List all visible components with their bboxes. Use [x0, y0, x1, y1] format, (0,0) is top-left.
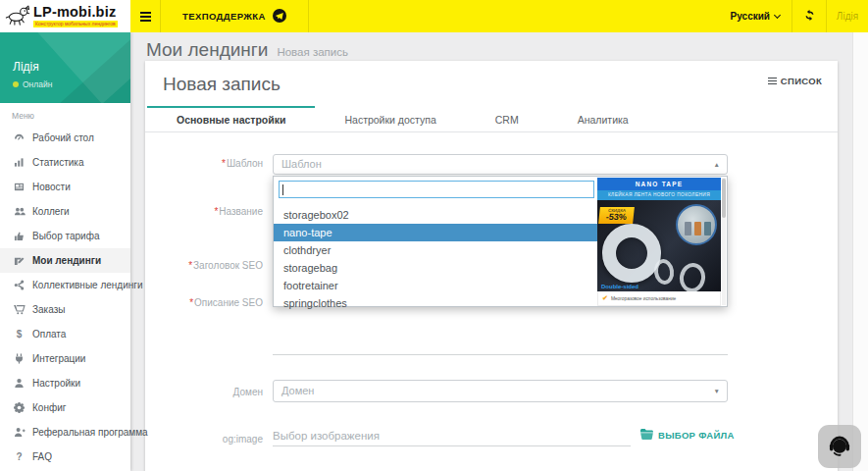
support-label: ТЕХПОДДЕРЖКА [182, 11, 266, 22]
sidebar-toggle-button[interactable] [130, 0, 160, 32]
sidebar-item-label: Мои лендинги [32, 255, 101, 266]
tab-label: CRM [495, 114, 519, 126]
template-preview-image: NANO TAPE КЛЕЙКАЯ ЛЕНТА НОВОГО ПОКОЛЕНИЯ… [597, 178, 721, 306]
logo-dog-icon [4, 3, 31, 30]
sidebar-item-tariff[interactable]: Выбор тарифа [0, 224, 130, 248]
sidebar-item-referral[interactable]: Реферальная программа [0, 420, 130, 445]
sidebar-item-dashboard[interactable]: Рабочий стол [0, 126, 130, 150]
sidebar-item-my-landings[interactable]: Мои лендинги [0, 248, 130, 273]
refresh-button[interactable] [792, 0, 826, 32]
tabs: Основные настройки Настройки доступа CRM… [145, 106, 838, 132]
sidebar-item-orders[interactable]: Заказы [0, 297, 130, 322]
language-selector[interactable]: Русский [719, 0, 791, 32]
sidebar-item-faq[interactable]: ? FAQ [0, 445, 130, 469]
dropdown-option-selected[interactable]: nano-tape [274, 224, 602, 241]
sidebar-item-config[interactable]: Конфиг [0, 395, 130, 420]
sidebar-item-news[interactable]: Новости [0, 175, 130, 199]
logo-title: LP-mobi.biz [33, 5, 118, 20]
sidebar-item-label: Реферальная программа [32, 427, 148, 438]
sidebar-item-label: Коллективные лендинги [32, 280, 143, 290]
chevron-down-icon [774, 11, 781, 18]
tab-access-settings[interactable]: Настройки доступа [315, 106, 465, 131]
preview-product-image: СКИДКА -53% Double-sided [597, 200, 721, 291]
tab-label: Настройки доступа [344, 114, 435, 126]
sidebar-item-label: Коллеги [32, 206, 70, 217]
plug-icon [12, 353, 26, 364]
template-field-label: Шаблон [145, 158, 263, 169]
sidebar-item-label: Новости [32, 182, 71, 192]
seo-description-field-label: Описание SEO [145, 297, 263, 308]
language-label: Русский [731, 11, 770, 22]
sidebar-item-label: Конфиг [32, 402, 66, 413]
preview-feature-row: ✔ Многоразовое использование [597, 291, 721, 306]
sidebar-item-statistics[interactable]: Статистика [0, 150, 130, 175]
breadcrumb: Новая запись [277, 46, 348, 58]
text-cursor [282, 184, 283, 195]
discount-badge: СКИДКА -53% [598, 207, 635, 224]
user-label: Лідія [837, 11, 858, 22]
user-menu[interactable]: Лідія [827, 0, 868, 32]
dropdown-option[interactable]: clothdryer [274, 241, 602, 259]
choose-file-label: ВЫБОР ФАЙЛА [658, 430, 735, 441]
sidebar-item-payment[interactable]: $ Оплата [0, 322, 130, 346]
share-icon [12, 280, 26, 290]
seo-description-textarea-underline[interactable] [273, 354, 728, 355]
tab-main-settings[interactable]: Основные настройки [147, 106, 315, 131]
domain-select[interactable]: Домен ▼ [273, 380, 728, 402]
chevron-down-icon: ▼ [714, 381, 720, 402]
online-status-dot [13, 81, 19, 87]
main-content: Мои лендинги Новая запись Новая запись С… [130, 32, 852, 471]
refresh-icon [803, 8, 816, 26]
chevron-up-icon: ▲ [714, 155, 720, 175]
dropdown-scrollbar[interactable] [722, 178, 726, 305]
sidebar-item-settings[interactable]: Настройки [0, 371, 130, 395]
tab-analytics[interactable]: Аналитика [548, 106, 658, 131]
logo-subtitle: Конструктор мобильных лендингов [33, 21, 118, 27]
dropdown-option[interactable]: springclothes [274, 294, 602, 312]
card-title: Новая запись [163, 74, 281, 95]
tab-crm[interactable]: CRM [466, 106, 548, 131]
list-button-label: СПИСОК [781, 76, 822, 86]
check-icon: ✔ [602, 294, 608, 302]
preview-subtitle: КЛЕЙКАЯ ЛЕНТА НОВОГО ПОКОЛЕНИЯ [597, 190, 721, 200]
user-icon [12, 378, 26, 389]
logo[interactable]: LP-mobi.biz Конструктор мобильных лендин… [0, 0, 130, 32]
tape-strip-image [678, 261, 708, 291]
og-image-input[interactable] [273, 426, 631, 446]
gears-icon [12, 402, 26, 413]
headset-icon [826, 431, 853, 462]
list-button[interactable]: СПИСОК [768, 76, 822, 86]
template-select-placeholder: Шаблон [281, 158, 322, 170]
dropdown-scrollbar-thumb[interactable] [722, 179, 726, 218]
page-scrollbar[interactable] [852, 32, 868, 471]
sidebar-item-collective-landings[interactable]: Коллективные лендинги [0, 273, 130, 297]
template-select[interactable]: Шаблон ▲ [273, 154, 728, 175]
telegram-icon [273, 9, 286, 25]
sidebar-item-integrations[interactable]: Интеграции [0, 346, 130, 371]
choose-file-button[interactable]: ВЫБОР ФАЙЛА [640, 429, 735, 442]
domain-field-label: Домен [145, 387, 263, 397]
preview-title: NANO TAPE [597, 178, 721, 190]
sidebar-item-label: Статистика [32, 157, 84, 168]
dropdown-option[interactable]: storagebox02 [274, 206, 602, 224]
stats-icon [12, 157, 26, 168]
news-icon [12, 182, 26, 192]
sidebar-item-label: Интеграции [32, 353, 85, 364]
template-dropdown: storagebox02 nano-tape clothdryer storag… [273, 176, 728, 307]
support-chat-button[interactable] [818, 425, 861, 468]
page-header: Мои лендинги Новая запись [130, 32, 852, 61]
sidebar-item-label: Рабочий стол [32, 132, 94, 143]
landings-edit-icon [12, 255, 26, 266]
domain-select-placeholder: Домен [281, 385, 314, 396]
template-search-input[interactable] [279, 181, 594, 198]
sidebar-item-colleagues[interactable]: Коллеги [0, 199, 130, 224]
discount-value: -53% [598, 213, 634, 222]
support-button[interactable]: ТЕХПОДДЕРЖКА [161, 0, 308, 32]
dropdown-option[interactable]: storagebag [274, 259, 602, 277]
dropdown-option[interactable]: footretainer [274, 277, 602, 294]
sidebar-user-panel: Лідія Онлайн [0, 32, 130, 103]
tape-roll-image [602, 224, 661, 283]
colleagues-icon [12, 206, 26, 217]
tab-label: Основные настройки [177, 114, 285, 126]
question-icon: ? [12, 451, 26, 462]
